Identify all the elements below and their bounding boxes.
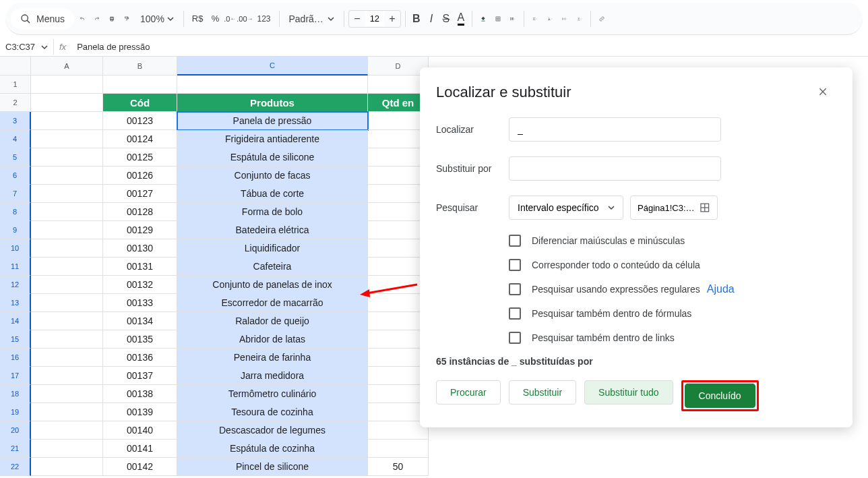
- cell[interactable]: 00132: [103, 276, 177, 294]
- cell[interactable]: 00135: [103, 330, 177, 349]
- italic-icon[interactable]: I: [425, 12, 438, 26]
- cell[interactable]: Peneira de farinha: [177, 349, 368, 367]
- cell[interactable]: Liquidificador: [177, 239, 368, 258]
- row-header[interactable]: 12: [0, 276, 31, 294]
- cell[interactable]: [31, 294, 103, 312]
- cell[interactable]: Ralador de queijo: [177, 312, 368, 330]
- row-header[interactable]: 13: [0, 294, 31, 312]
- cell[interactable]: 00136: [103, 349, 177, 367]
- row-header[interactable]: 19: [0, 403, 31, 421]
- more-formats[interactable]: 123: [253, 12, 274, 26]
- font-family-dropdown[interactable]: Padrã…: [284, 11, 340, 27]
- decrease-decimal-icon[interactable]: .0←: [223, 12, 237, 26]
- cell[interactable]: Cafeteira: [177, 258, 368, 276]
- cell[interactable]: 00130: [103, 239, 177, 258]
- cell[interactable]: Tábua de corte: [177, 185, 368, 203]
- cell[interactable]: 50: [368, 458, 429, 476]
- replace-input[interactable]: [509, 156, 721, 181]
- cell[interactable]: Frigideira antiaderente: [177, 130, 368, 148]
- cell[interactable]: [31, 221, 103, 239]
- cell[interactable]: 00123: [103, 112, 177, 130]
- replace-button[interactable]: Substituir: [509, 380, 576, 405]
- row-header[interactable]: 5: [0, 148, 31, 167]
- bold-icon[interactable]: B: [410, 12, 423, 26]
- cell[interactable]: [31, 403, 103, 421]
- cell[interactable]: Batedeira elétrica: [177, 221, 368, 239]
- formula-input[interactable]: Panela de pressão: [71, 39, 868, 55]
- row-header[interactable]: 22: [0, 458, 31, 476]
- cell[interactable]: Cód: [103, 94, 177, 112]
- cell[interactable]: [31, 276, 103, 294]
- cell[interactable]: [31, 167, 103, 185]
- text-rotation-icon[interactable]: [573, 12, 586, 26]
- cell[interactable]: Escorredor de macarrão: [177, 294, 368, 312]
- row-header[interactable]: 1: [0, 76, 31, 94]
- cell[interactable]: [31, 112, 103, 130]
- regex-checkbox[interactable]: [509, 283, 521, 295]
- cell[interactable]: 00129: [103, 221, 177, 239]
- cell[interactable]: 00139: [103, 403, 177, 421]
- col-header-c[interactable]: C: [177, 57, 368, 76]
- decrease-font-button[interactable]: −: [349, 11, 365, 27]
- find-input[interactable]: [509, 117, 721, 142]
- cell[interactable]: Produtos: [177, 94, 368, 112]
- row-header[interactable]: 20: [0, 421, 31, 440]
- cell[interactable]: [31, 312, 103, 330]
- col-header-a[interactable]: A: [31, 57, 103, 76]
- cell[interactable]: [368, 440, 429, 458]
- match-case-checkbox[interactable]: [509, 235, 521, 247]
- horizontal-align-icon[interactable]: [528, 12, 542, 26]
- cell[interactable]: 00140: [103, 421, 177, 440]
- cell[interactable]: 00131: [103, 258, 177, 276]
- cell[interactable]: Conjunto de facas: [177, 167, 368, 185]
- link-icon[interactable]: [595, 12, 609, 26]
- cell[interactable]: Pincel de silicone: [177, 458, 368, 476]
- cell[interactable]: [31, 239, 103, 258]
- cell[interactable]: [31, 203, 103, 221]
- fill-color-icon[interactable]: [476, 12, 490, 26]
- cell[interactable]: 00124: [103, 130, 177, 148]
- cell[interactable]: [31, 458, 103, 476]
- row-header[interactable]: 2: [0, 94, 31, 112]
- cell[interactable]: 00125: [103, 148, 177, 167]
- cell[interactable]: [31, 349, 103, 367]
- cell[interactable]: [31, 330, 103, 349]
- search-formulas-checkbox[interactable]: [509, 307, 521, 320]
- cell[interactable]: 00126: [103, 167, 177, 185]
- cell[interactable]: Termômetro culinário: [177, 385, 368, 403]
- cell[interactable]: [31, 385, 103, 403]
- cell[interactable]: Espátula de silicone: [177, 148, 368, 167]
- select-all-corner[interactable]: [0, 57, 31, 76]
- cell[interactable]: 00137: [103, 367, 177, 385]
- zoom-dropdown[interactable]: 100%: [135, 11, 179, 27]
- font-size-input[interactable]: [365, 11, 384, 26]
- cell[interactable]: [177, 76, 368, 94]
- done-button[interactable]: Concluído: [685, 384, 755, 408]
- range-input[interactable]: Página1!C3:C37: [630, 196, 718, 220]
- undo-icon[interactable]: [75, 12, 89, 26]
- row-header[interactable]: 18: [0, 385, 31, 403]
- close-button[interactable]: [817, 81, 839, 102]
- row-header[interactable]: 17: [0, 367, 31, 385]
- menus-button[interactable]: Menus: [11, 8, 74, 30]
- strikethrough-icon[interactable]: S: [439, 12, 453, 26]
- percent-format[interactable]: %: [208, 12, 222, 26]
- currency-format[interactable]: R$: [188, 12, 208, 26]
- find-button[interactable]: Procurar: [436, 380, 501, 405]
- row-header[interactable]: 15: [0, 330, 31, 349]
- row-header[interactable]: 21: [0, 440, 31, 458]
- search-links-checkbox[interactable]: [509, 332, 521, 344]
- cell[interactable]: Tesoura de cozinha: [177, 403, 368, 421]
- cell[interactable]: [31, 367, 103, 385]
- text-color-icon[interactable]: A: [454, 12, 468, 26]
- text-wrap-icon[interactable]: [558, 12, 571, 26]
- cell[interactable]: [31, 76, 103, 94]
- print-icon[interactable]: [105, 12, 119, 26]
- vertical-align-icon[interactable]: [543, 12, 557, 26]
- cell[interactable]: Espátula de cozinha: [177, 440, 368, 458]
- cell[interactable]: [368, 421, 429, 440]
- cell[interactable]: Jarra medidora: [177, 367, 368, 385]
- match-entire-cell-checkbox[interactable]: [509, 259, 521, 271]
- cell[interactable]: [31, 421, 103, 440]
- row-header[interactable]: 8: [0, 203, 31, 221]
